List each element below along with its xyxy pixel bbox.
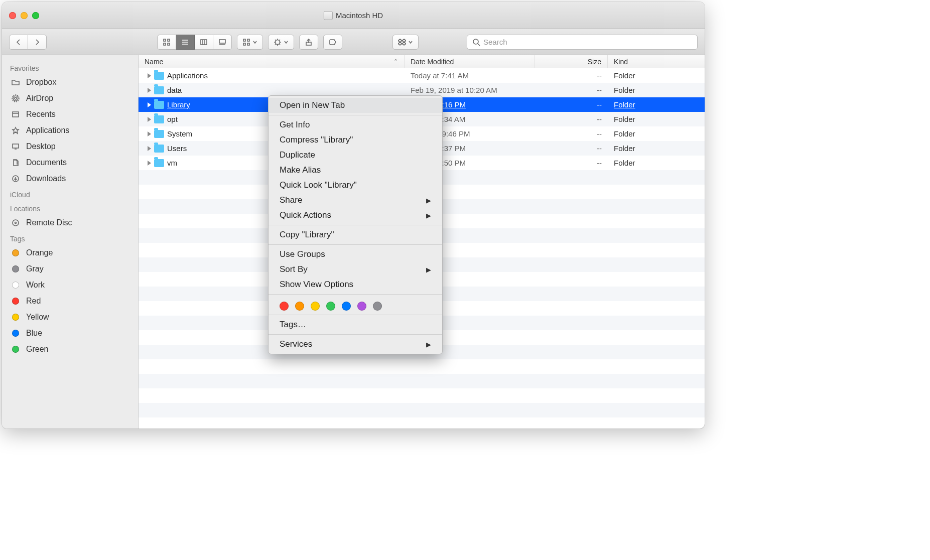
menu-item[interactable]: Quick Actions▶	[269, 208, 442, 223]
menu-item[interactable]: Copy "Library"	[269, 227, 442, 242]
tag-color-button[interactable]	[357, 302, 366, 311]
sidebar-item[interactable]: Remote Disc	[2, 215, 138, 231]
column-view-button[interactable]	[195, 35, 213, 50]
disclosure-triangle-icon[interactable]	[148, 146, 151, 151]
sidebar-item[interactable]: Downloads	[2, 171, 138, 187]
tags-button[interactable]	[323, 35, 342, 50]
svg-line-22	[280, 44, 281, 45]
dropbox-button[interactable]	[392, 35, 419, 50]
sidebar-item[interactable]: AirDrop	[2, 90, 138, 106]
disclosure-triangle-icon[interactable]	[148, 117, 151, 122]
minimize-window-button[interactable]	[21, 12, 28, 19]
action-button[interactable]	[268, 35, 294, 50]
gallery-view-button[interactable]	[213, 35, 232, 50]
recents-icon	[10, 109, 21, 119]
sidebar-item[interactable]: Red	[2, 293, 138, 309]
disc-icon	[10, 218, 21, 228]
svg-rect-14	[243, 43, 245, 45]
sidebar-item[interactable]: Orange	[2, 245, 138, 261]
file-name: Library	[167, 100, 190, 109]
tag-dot-icon	[10, 328, 21, 338]
disclosure-triangle-icon[interactable]	[148, 131, 151, 136]
file-date: Today at 7:41 AM	[405, 71, 535, 80]
sort-asc-icon: ⌃	[393, 58, 398, 65]
menu-separator	[269, 115, 442, 115]
sidebar-item-label: Orange	[26, 248, 53, 257]
menu-item-label: Use Groups	[280, 249, 325, 259]
airdrop-icon	[10, 93, 21, 103]
tag-color-button[interactable]	[295, 302, 304, 311]
file-size: --	[535, 129, 608, 138]
search-icon	[472, 38, 480, 46]
disclosure-triangle-icon[interactable]	[148, 88, 151, 93]
svg-rect-0	[164, 39, 166, 41]
sidebar: FavoritesDropboxAirDropRecentsApplicatio…	[2, 55, 139, 429]
icon-view-button[interactable]	[157, 35, 176, 50]
menu-item[interactable]: Make Alias	[269, 163, 442, 178]
close-window-button[interactable]	[9, 12, 16, 19]
menu-item-label: Make Alias	[280, 165, 321, 175]
disclosure-triangle-icon[interactable]	[148, 102, 151, 107]
forward-button[interactable]	[28, 35, 47, 50]
sidebar-item[interactable]: Gray	[2, 261, 138, 277]
tag-dot-icon	[10, 296, 21, 306]
sidebar-item[interactable]: Dropbox	[2, 74, 138, 90]
svg-point-33	[15, 97, 17, 99]
columns-header: Name ⌃ Date Modified Size Kind	[139, 55, 705, 68]
arrange-button[interactable]	[237, 35, 263, 50]
menu-separator	[269, 294, 442, 295]
svg-line-32	[478, 44, 480, 46]
svg-rect-36	[13, 112, 19, 117]
sidebar-item[interactable]: Applications	[2, 122, 138, 138]
menu-item[interactable]: Quick Look "Library"	[269, 178, 442, 193]
disclosure-triangle-icon[interactable]	[148, 161, 151, 166]
column-name[interactable]: Name ⌃	[139, 55, 405, 68]
tag-color-button[interactable]	[342, 302, 351, 311]
sidebar-item-label: Remote Disc	[26, 218, 72, 227]
sidebar-item[interactable]: Work	[2, 277, 138, 293]
share-button[interactable]	[299, 35, 318, 50]
menu-item[interactable]: Open in New Tab	[269, 98, 442, 113]
menu-item[interactable]: Show View Options	[269, 277, 442, 292]
menu-item[interactable]: Get Info	[269, 117, 442, 132]
search-field[interactable]	[467, 35, 698, 50]
menu-item[interactable]: Tags…	[269, 317, 442, 332]
window-title-text: Macintosh HD	[336, 11, 383, 20]
menu-item[interactable]: Sort By▶	[269, 262, 442, 277]
empty-row	[139, 388, 705, 403]
table-row[interactable]: ApplicationsToday at 7:41 AM--Folder	[139, 68, 705, 83]
sidebar-item[interactable]: Green	[2, 341, 138, 357]
menu-item[interactable]: Compress "Library"	[269, 132, 442, 148]
sidebar-item[interactable]: Blue	[2, 325, 138, 341]
column-date[interactable]: Date Modified	[405, 55, 535, 68]
sidebar-item[interactable]: Desktop	[2, 138, 138, 155]
sidebar-item[interactable]: Recents	[2, 106, 138, 122]
sidebar-item-label: Applications	[26, 126, 69, 135]
column-kind[interactable]: Kind	[608, 55, 705, 68]
column-size[interactable]: Size	[535, 55, 608, 68]
folder-icon	[154, 159, 164, 167]
applications-icon	[10, 125, 21, 135]
tag-color-button[interactable]	[373, 302, 382, 311]
sidebar-item[interactable]: Yellow	[2, 309, 138, 325]
tag-dot-icon	[10, 248, 21, 258]
sidebar-item[interactable]: Documents	[2, 155, 138, 171]
tag-color-button[interactable]	[280, 302, 289, 311]
back-button[interactable]	[9, 35, 28, 50]
svg-line-24	[280, 40, 281, 41]
svg-line-21	[275, 40, 276, 41]
menu-item[interactable]: Duplicate	[269, 148, 442, 163]
disclosure-triangle-icon[interactable]	[148, 73, 151, 78]
list-view-button[interactable]	[176, 35, 195, 50]
zoom-window-button[interactable]	[32, 12, 39, 19]
search-input[interactable]	[483, 38, 692, 46]
tag-color-button[interactable]	[326, 302, 335, 311]
svg-rect-7	[201, 40, 207, 45]
sidebar-section-header: Tags	[2, 231, 138, 245]
tag-color-button[interactable]	[311, 302, 320, 311]
menu-item[interactable]: Use Groups	[269, 247, 442, 262]
file-size: --	[535, 71, 608, 80]
menu-item[interactable]: Share▶	[269, 193, 442, 208]
menu-item[interactable]: Services▶	[269, 337, 442, 352]
tag-dot-icon	[10, 344, 21, 354]
